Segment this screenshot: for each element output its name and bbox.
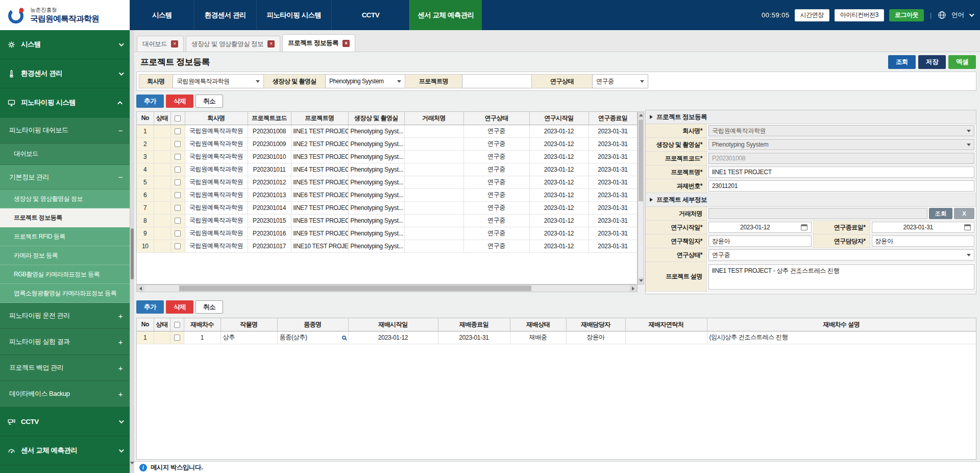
cancel-button[interactable]: 취소: [195, 94, 223, 108]
extend-time-button[interactable]: 시간연장: [795, 9, 829, 21]
menu-sensor-replace[interactable]: 센서 교체 예측관리: [409, 0, 482, 30]
search-button[interactable]: 조회: [888, 55, 916, 69]
task-no-field[interactable]: 23011201: [708, 180, 974, 192]
cultivation-row[interactable]: 1 1 상추 품종(상추) 2023-01-12 2023-01-31 재배중 …: [137, 331, 976, 344]
row-checkbox[interactable]: [175, 230, 181, 236]
cell-checkbox[interactable]: [170, 227, 185, 240]
sidebar-item-pheno-operation[interactable]: 피노타이핑 운전 관리 +: [0, 303, 130, 329]
vscrollbar-thumb[interactable]: [639, 120, 643, 201]
filter-company-select[interactable]: 국립원예특작과학원: [173, 74, 264, 88]
sidebar-item-dashboard[interactable]: 대쉬보드: [0, 144, 130, 165]
project-row[interactable]: 7 국립원예특작과학원 P202301014 lINE7 TEST PROJEC…: [137, 201, 637, 214]
filter-status-select[interactable]: 연구중: [592, 74, 648, 88]
manager-field[interactable]: 장윤아: [872, 235, 975, 247]
filter-room-select[interactable]: Phenotyping Syystem: [325, 74, 405, 88]
excel-button[interactable]: 엑셀: [948, 55, 976, 69]
select-all-checkbox[interactable]: [175, 115, 181, 122]
close-icon[interactable]: ×: [267, 40, 275, 48]
row-checkbox[interactable]: [175, 218, 181, 224]
close-icon[interactable]: ×: [342, 40, 350, 47]
save-button[interactable]: 저장: [918, 55, 946, 69]
project-row[interactable]: 9 국립원예특작과학원 P202301016 lINE9 TEST PROJEC…: [137, 227, 637, 240]
language-label[interactable]: 언어: [951, 11, 964, 19]
sidebar-item-pheno-dashboard[interactable]: 피노타이핑 대쉬보드 −: [0, 117, 130, 144]
calendar-icon[interactable]: [801, 224, 807, 230]
app-logo[interactable]: 농촌진흥청 국립원예특작과학원: [0, 0, 130, 30]
leader-field[interactable]: 장윤아: [708, 235, 812, 247]
tab-project-register[interactable]: 프로젝트 정보등록 ×: [282, 34, 355, 52]
sidebar-scrollbar[interactable]: [130, 30, 134, 473]
row-checkbox[interactable]: [174, 335, 180, 341]
scroll-up-icon[interactable]: [638, 112, 644, 119]
select-all-checkbox[interactable]: [174, 322, 180, 328]
sidebar-item-project-register[interactable]: 프로젝트 정보등록: [0, 208, 130, 227]
add-button[interactable]: 추가: [136, 94, 164, 108]
sidebar-item-project-rfid[interactable]: 프로젝트 RFID 등록: [0, 227, 130, 246]
cell-checkbox[interactable]: [170, 201, 185, 214]
sidebar-item-phenotyping[interactable]: 피노타이핑 시스템: [0, 88, 130, 117]
project-grid-hscrollbar[interactable]: [136, 285, 638, 292]
project-row[interactable]: 2 국립원예특작과학원 P202301009 lINE2 TEST PROJEC…: [137, 137, 637, 150]
cell-checkbox[interactable]: [170, 188, 185, 201]
delete-button[interactable]: 삭제: [166, 94, 193, 108]
scroll-left-icon[interactable]: [137, 285, 144, 292]
hscrollbar-thumb[interactable]: [179, 286, 531, 291]
calendar-icon[interactable]: [964, 224, 971, 230]
cell-checkbox[interactable]: [170, 125, 185, 137]
sidebar-scrollbar-thumb[interactable]: [131, 228, 134, 279]
sidebar-item-basic-info[interactable]: 기본정보 관리 −: [0, 165, 130, 190]
language-chevron-icon[interactable]: [969, 12, 974, 17]
cell-checkbox[interactable]: [170, 150, 185, 163]
sidebar-item-env-sensor[interactable]: 환경센서 관리: [0, 59, 130, 88]
client-search-button[interactable]: 조회: [929, 208, 952, 219]
search-icon[interactable]: [342, 336, 346, 340]
menu-system[interactable]: 시스템: [130, 0, 194, 30]
add-button[interactable]: 추가: [136, 300, 164, 314]
project-row[interactable]: 6 국립원예특작과학원 P202301013 lINE6 TEST PROJEC…: [137, 188, 637, 201]
close-icon[interactable]: ×: [171, 40, 178, 48]
row-checkbox[interactable]: [175, 167, 181, 173]
menu-cctv[interactable]: CCTV: [331, 0, 409, 30]
row-checkbox[interactable]: [175, 192, 181, 198]
cancel-button[interactable]: 취소: [195, 300, 223, 314]
logout-button[interactable]: 로그아웃: [889, 9, 924, 21]
tab-growth-room-info[interactable]: 생장상 및 영상촬영실 정보 ×: [186, 36, 280, 52]
description-field[interactable]: lINE1 TEST PROJECT - 상추 건조스트레스 진행: [708, 264, 974, 290]
project-name-field[interactable]: lINE1 TEST PROJECT: [708, 167, 974, 178]
cell-checkbox[interactable]: [170, 163, 185, 176]
delete-button[interactable]: 삭제: [166, 300, 193, 314]
sidebar-item-sensor-replace[interactable]: 센서 교체 예측관리: [0, 436, 130, 465]
project-row[interactable]: 4 국립원예특작과학원 P202301011 lINE4 TEST PROJEC…: [137, 163, 637, 176]
scroll-down-icon[interactable]: [638, 277, 644, 284]
project-row[interactable]: 5 국립원예특작과학원 P202301012 lINE5 TEST PROJEC…: [137, 176, 637, 188]
sidebar-item-rgb-camera-coords[interactable]: RGB촬영실 카메라좌표정보 등록: [0, 265, 130, 284]
menu-phenotyping[interactable]: 피노타이핑 시스템: [256, 0, 331, 30]
menu-env-sensor[interactable]: 환경센서 관리: [194, 0, 256, 30]
sidebar-item-project-backup[interactable]: 프로젝트 백업 관리 +: [0, 355, 130, 381]
scroll-right-icon[interactable]: [629, 285, 637, 292]
sidebar-item-growth-room-info[interactable]: 생장상 및 영상촬영실 정보: [0, 190, 130, 208]
project-row[interactable]: 8 국립원예특작과학원 P202301015 lINE8 TEST PROJEC…: [137, 214, 637, 227]
client-clear-button[interactable]: X: [954, 208, 974, 219]
cell-checkbox[interactable]: [170, 240, 185, 252]
row-checkbox[interactable]: [175, 141, 181, 147]
sidebar-item-cctv[interactable]: CCTV: [0, 407, 130, 436]
end-date-field[interactable]: 2023-01-31: [872, 222, 975, 233]
cell-checkbox[interactable]: [170, 137, 185, 150]
sidebar-item-chlorophyll-camera-coords[interactable]: 엽록소형광촬영실 카메라좌표정보 등록: [0, 284, 130, 303]
row-checkbox[interactable]: [175, 154, 181, 160]
row-checkbox[interactable]: [175, 243, 181, 249]
filter-project-input[interactable]: [462, 74, 532, 88]
user-version-button[interactable]: 아이티컨버전3: [835, 9, 884, 21]
sidebar-item-pheno-results[interactable]: 피노타이핑 실험 결과 +: [0, 329, 130, 355]
sidebar-scroll-down-icon[interactable]: [130, 464, 134, 471]
project-row[interactable]: 10 국립원예특작과학원 P202301017 lINE10 TEST PROJ…: [137, 240, 637, 252]
start-date-field[interactable]: 2023-01-12: [708, 222, 812, 233]
project-row[interactable]: 1 국립원예특작과학원 P202301008 lINE1 TEST PROJEC…: [137, 125, 637, 137]
cell-checkbox[interactable]: [170, 176, 185, 188]
status-select[interactable]: 연구중: [708, 249, 974, 261]
project-row[interactable]: 3 국립원예특작과학원 P202301010 lINE3 TEST PROJEC…: [137, 150, 637, 163]
cell-checkbox[interactable]: [170, 331, 184, 344]
row-checkbox[interactable]: [175, 205, 181, 211]
row-checkbox[interactable]: [175, 128, 181, 134]
